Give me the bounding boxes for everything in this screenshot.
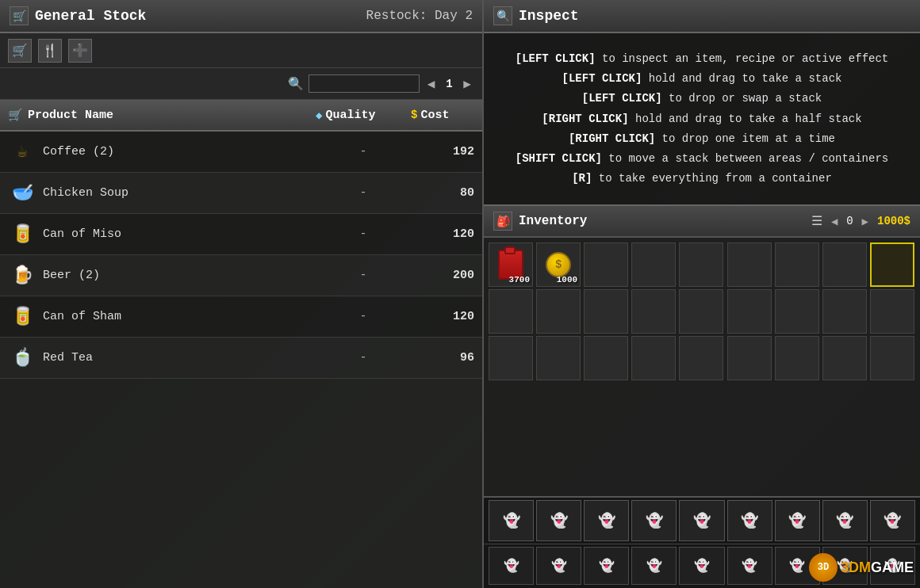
hotbar-cell-1-7[interactable]: 👻 — [822, 500, 868, 541]
inv-cell-r2-0[interactable] — [489, 289, 533, 334]
inv-cell-r2-6[interactable] — [775, 289, 819, 334]
hotbar-ghost-icon-2: 👻 — [551, 558, 567, 574]
item-name-chicken-soup: Chicken Soup — [43, 186, 316, 200]
item-quality-coffee: - — [316, 145, 411, 158]
inspect-line-1: [LEFT CLICK] to inspect an item, recipe … — [508, 49, 896, 69]
item-cost-beer: 200 — [411, 269, 474, 282]
item-icon-sham: 🥫 — [8, 303, 36, 331]
hotbar-ghost-icon: 👻 — [598, 512, 615, 529]
item-icon-chicken-soup: 🥣 — [8, 179, 36, 208]
item-icon-beer: 🍺 — [8, 262, 36, 290]
inv-cell-r3-1[interactable] — [536, 336, 581, 380]
page-number: 1 — [441, 78, 457, 90]
right-panel: 🔍 Inspect [LEFT CLICK] to inspect an ite… — [484, 0, 920, 588]
inventory-controls: ☰ ◀ 0 ▶ 1000$ — [811, 213, 910, 229]
table-row[interactable]: 🍺 Beer (2) - 200 — [0, 255, 482, 296]
search-icon: 🔍 — [288, 76, 304, 92]
sort-icon[interactable]: ☰ — [811, 213, 822, 229]
inventory-grid: 3700 $ 1000 — [489, 242, 915, 380]
inv-cell-r2-3[interactable] — [631, 289, 676, 334]
table-row[interactable]: 🥫 Can of Miso - 120 — [0, 214, 482, 255]
inv-cell-selected-8[interactable] — [870, 242, 914, 287]
inv-cell-r3-3[interactable] — [631, 336, 676, 380]
watermark: 3D 3DMGAME — [809, 553, 914, 582]
inv-cell-r3-2[interactable] — [584, 336, 628, 380]
item-icon-tea: 🍵 — [8, 344, 36, 372]
item-name-tea: Red Tea — [43, 351, 316, 365]
page-prev-btn[interactable]: ◀ — [424, 76, 439, 92]
hotbar-cell-2-5[interactable]: 👻 — [727, 547, 772, 585]
coin-icon: $ — [546, 252, 571, 277]
stock-panel-title: General Stock — [35, 8, 146, 24]
item-quality-miso: - — [316, 227, 411, 241]
items-list: ☕ Coffee (2) - 192 🥣 Chicken Soup - 80 🥫… — [0, 132, 482, 588]
inv-cell-empty-3[interactable] — [631, 242, 676, 287]
stock-cart-icon: 🛒 — [10, 6, 29, 25]
search-input[interactable] — [309, 74, 420, 93]
search-row: 🔍 ◀ 1 ▶ — [0, 68, 482, 100]
table-row[interactable]: 🍵 Red Tea - 96 — [0, 338, 482, 379]
inv-cell-empty-2[interactable] — [584, 242, 628, 287]
hotbar-cell-2-3[interactable]: 👻 — [631, 547, 677, 585]
inv-cell-r3-4[interactable] — [679, 336, 723, 380]
inv-cell-r2-4[interactable] — [679, 289, 723, 334]
inv-cell-empty-5[interactable] — [727, 242, 772, 287]
hotbar-ghost-icon: 👻 — [884, 512, 901, 529]
col-cost-header: $ Cost — [411, 109, 474, 122]
hotbar-cell-2-4[interactable]: 👻 — [679, 547, 724, 585]
item-quality-beer: - — [316, 269, 411, 282]
inv-cell-r3-6[interactable] — [775, 336, 819, 380]
general-stock-panel: 🛒 General Stock Restock: Day 2 🛒 🍴 ➕ 🔍 ◀… — [0, 0, 484, 588]
table-row[interactable]: 🥫 Can of Sham - 120 — [0, 296, 482, 338]
inv-cell-r3-5[interactable] — [727, 336, 772, 380]
hotbar-cell-1-5[interactable]: 👻 — [727, 500, 772, 541]
inv-cell-r2-1[interactable] — [536, 289, 581, 334]
hotbar-cell-1-1[interactable]: 👻 — [536, 500, 581, 541]
inv-cell-r2-2[interactable] — [584, 289, 628, 334]
hotbar-cell-2-2[interactable]: 👻 — [584, 547, 629, 585]
item-name-beer: Beer (2) — [43, 269, 316, 282]
hotbar-ghost-icon: 👻 — [741, 512, 758, 529]
page-next-btn[interactable]: ▶ — [460, 76, 474, 92]
table-row[interactable]: ☕ Coffee (2) - 192 — [0, 132, 482, 173]
stock-title-group: 🛒 General Stock — [10, 6, 146, 25]
inv-cell-coin[interactable]: $ 1000 — [536, 242, 581, 287]
cart-toolbar-icon[interactable]: 🛒 — [8, 39, 32, 63]
hotbar-cell-2-1[interactable]: 👻 — [536, 547, 581, 585]
inv-cell-empty-6[interactable] — [775, 242, 819, 287]
hotbar-ghost-icon-2: 👻 — [646, 558, 662, 574]
hotbar-cell-1-8[interactable]: 👻 — [870, 500, 915, 541]
inv-cell-r2-5[interactable] — [727, 289, 772, 334]
hotbar-cell-1-3[interactable]: 👻 — [631, 500, 677, 541]
inv-cell-gascan[interactable]: 3700 — [489, 242, 533, 287]
inv-cell-empty-4[interactable] — [679, 242, 723, 287]
hotbar-ghost-icon: 👻 — [788, 512, 806, 529]
inv-prev-btn[interactable]: ◀ — [829, 215, 840, 228]
plus-toolbar-icon[interactable]: ➕ — [68, 39, 92, 63]
item-icon-miso: 🥫 — [8, 220, 36, 249]
hotbar-row-1: 👻 👻 👻 👻 👻 👻 👻 👻 👻 — [484, 496, 920, 544]
inv-cell-r2-7[interactable] — [822, 289, 867, 334]
fork-toolbar-icon[interactable]: 🍴 — [38, 39, 62, 63]
hotbar-cell-1-2[interactable]: 👻 — [584, 500, 629, 541]
hotbar-cell-1-4[interactable]: 👻 — [679, 500, 724, 541]
inv-cell-r3-0[interactable] — [489, 336, 533, 380]
hotbar-cell-2-0[interactable]: 👻 — [489, 547, 534, 585]
hotbar-ghost-icon: 👻 — [693, 512, 711, 529]
hotbar-ghost-icon-2: 👻 — [599, 558, 615, 574]
hotbar-cell-1-6[interactable]: 👻 — [775, 500, 820, 541]
stock-toolbar: 🛒 🍴 ➕ — [0, 33, 482, 68]
inv-cell-empty-7[interactable] — [822, 242, 867, 287]
inv-next-btn[interactable]: ▶ — [860, 215, 871, 228]
coin-count: 1000 — [557, 275, 577, 284]
inv-cell-r3-7[interactable] — [822, 336, 867, 380]
item-name-sham: Can of Sham — [43, 310, 316, 323]
hotbar-cell-1-0[interactable]: 👻 — [489, 500, 534, 541]
hotbar-ghost-icon-2: 👻 — [694, 558, 710, 574]
inv-coins: 0 — [844, 215, 857, 227]
inspect-header: 🔍 Inspect — [484, 0, 920, 33]
table-row[interactable]: 🥣 Chicken Soup - 80 — [0, 173, 482, 214]
inv-cell-r3-8[interactable] — [870, 336, 914, 380]
inv-cell-r2-8[interactable] — [870, 289, 914, 334]
item-cost-coffee: 192 — [411, 145, 474, 158]
